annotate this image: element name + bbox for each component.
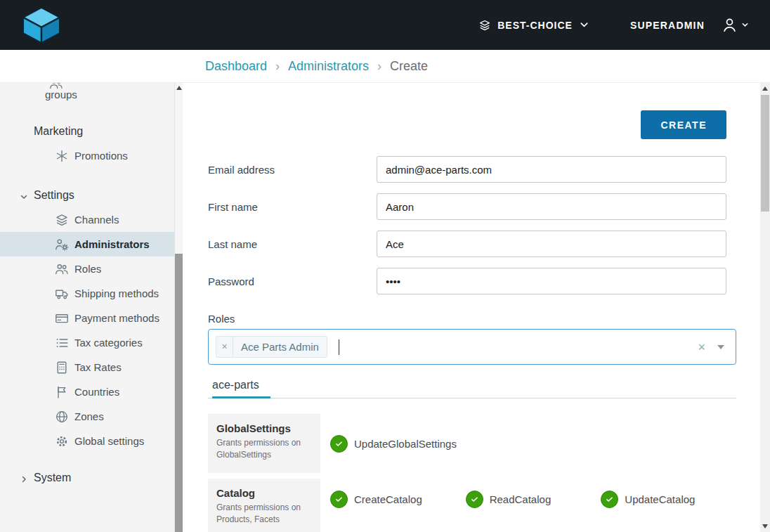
form-row-email: Email address bbox=[208, 156, 726, 183]
permission-group-description: Grants permissions on Products, Facets bbox=[216, 502, 312, 526]
app-logo[interactable] bbox=[20, 6, 63, 45]
sidebar-item-shipping-methods[interactable]: Shipping methods bbox=[0, 281, 174, 306]
sidebar-item-tax-rates[interactable]: Tax Rates bbox=[0, 355, 174, 379]
sidebar-scrollbar[interactable] bbox=[174, 83, 183, 532]
breadcrumb-current: Create bbox=[390, 59, 428, 74]
permissions-table: GlobalSettings Grants permissions on Glo… bbox=[208, 414, 736, 532]
sidebar-item-label: Channels bbox=[74, 214, 119, 226]
role-chip-label: Ace Parts Admin bbox=[233, 341, 327, 353]
form-row-last-name: Last name bbox=[208, 231, 726, 257]
sidebar-item-payment-methods[interactable]: Payment methods bbox=[0, 306, 174, 330]
permission-toggle-createcatalog[interactable]: CreateCatalog bbox=[330, 491, 466, 508]
user-icon bbox=[722, 17, 738, 33]
email-label: Email address bbox=[208, 164, 377, 176]
countries-icon bbox=[55, 385, 69, 399]
role-chip: × Ace Parts Admin bbox=[216, 336, 327, 358]
scroll-up-arrow-icon[interactable] bbox=[762, 86, 768, 91]
tab-ace-parts[interactable]: ace-parts bbox=[212, 376, 270, 398]
sidebar-scrollbar-thumb[interactable] bbox=[175, 254, 183, 532]
sidebar-item-label: Tax categories bbox=[74, 337, 143, 349]
main-scrollbar-thumb[interactable] bbox=[761, 95, 769, 212]
chevron-down-icon bbox=[741, 21, 749, 29]
permission-toggle-updatecatalog[interactable]: UpdateCatalog bbox=[601, 491, 736, 508]
breadcrumb-separator: › bbox=[377, 59, 381, 74]
sidebar-item-zones[interactable]: Zones bbox=[0, 404, 174, 429]
shipping-icon bbox=[55, 287, 69, 301]
check-circle-icon bbox=[466, 491, 483, 508]
main-scrollbar[interactable] bbox=[760, 83, 770, 532]
first-name-input[interactable] bbox=[377, 193, 726, 220]
check-circle-icon bbox=[330, 435, 348, 453]
permission-label: UpdateGlobalSettings bbox=[354, 438, 457, 450]
sidebar-section-settings[interactable]: Settings bbox=[0, 183, 174, 207]
form-row-password: Password bbox=[208, 268, 726, 294]
email-input[interactable] bbox=[377, 156, 726, 183]
permission-label: ReadCatalog bbox=[490, 493, 552, 505]
sidebar-item-countries[interactable]: Countries bbox=[0, 379, 174, 404]
create-button[interactable]: CREATE bbox=[641, 110, 726, 139]
permission-row-globalsettings: GlobalSettings Grants permissions on Glo… bbox=[208, 414, 736, 473]
chevron-right-icon bbox=[20, 475, 28, 484]
sidebar-item-label: Promotions bbox=[74, 150, 128, 162]
permission-group-description: Grants permissions on GlobalSettings bbox=[216, 437, 312, 461]
text-cursor bbox=[339, 339, 339, 355]
sidebar: groups Marketing Promotions Settings bbox=[0, 83, 183, 532]
sidebar-item-label: Payment methods bbox=[74, 312, 159, 324]
permission-row-catalog: Catalog Grants permissions on Products, … bbox=[208, 479, 736, 532]
sidebar-item-label: Roles bbox=[74, 263, 101, 275]
global-settings-icon bbox=[55, 434, 69, 448]
scroll-up-arrow-icon[interactable] bbox=[176, 86, 182, 90]
permission-group-info: GlobalSettings Grants permissions on Glo… bbox=[208, 414, 320, 473]
last-name-label: Last name bbox=[208, 238, 377, 250]
sidebar-item-label: Zones bbox=[74, 410, 104, 422]
tax-categories-icon bbox=[55, 336, 69, 350]
chip-remove-icon[interactable]: × bbox=[216, 337, 233, 357]
channel-switcher-label: BEST-CHOICE bbox=[497, 20, 573, 31]
roles-select[interactable]: × Ace Parts Admin × bbox=[208, 329, 736, 365]
administrators-icon bbox=[55, 238, 69, 252]
user-menu[interactable] bbox=[722, 17, 749, 33]
breadcrumb-administrators[interactable]: Administrators bbox=[288, 59, 369, 74]
password-label: Password bbox=[208, 275, 377, 287]
form-row-first-name: First name bbox=[208, 193, 726, 220]
last-name-input[interactable] bbox=[377, 231, 726, 257]
promotions-icon bbox=[55, 149, 69, 163]
sidebar-item-customer-groups[interactable]: groups bbox=[0, 83, 174, 108]
check-circle-icon bbox=[601, 491, 618, 508]
sidebar-item-label: groups bbox=[45, 89, 77, 100]
user-label: SUPERADMIN bbox=[630, 20, 705, 31]
permission-toggle-readcatalog[interactable]: ReadCatalog bbox=[466, 491, 601, 508]
select-chevron-down-icon[interactable] bbox=[717, 345, 724, 349]
sidebar-item-tax-categories[interactable]: Tax categories bbox=[0, 330, 174, 355]
permission-toggle-updateglobalsettings[interactable]: UpdateGlobalSettings bbox=[330, 435, 466, 453]
breadcrumb-separator: › bbox=[275, 59, 280, 74]
breadcrumb: Dashboard › Administrators › Create bbox=[0, 50, 770, 83]
chevron-down-icon bbox=[20, 193, 28, 201]
sidebar-item-promotions[interactable]: Promotions bbox=[0, 143, 174, 168]
administrator-form: Email address First name Last name Passw… bbox=[208, 156, 746, 532]
sidebar-item-global-settings[interactable]: Global settings bbox=[0, 429, 174, 453]
channel-tab-bar: ace-parts bbox=[208, 376, 736, 398]
select-clear-icon[interactable]: × bbox=[698, 341, 705, 353]
layers-icon bbox=[478, 19, 491, 32]
channel-switcher[interactable]: BEST-CHOICE bbox=[478, 19, 589, 32]
sidebar-section-marketing: Marketing bbox=[0, 119, 174, 143]
sidebar-item-administrators[interactable]: Administrators bbox=[0, 232, 174, 257]
top-bar: BEST-CHOICE SUPERADMIN bbox=[0, 0, 770, 50]
permission-group-name: GlobalSettings bbox=[216, 422, 312, 434]
sidebar-item-roles[interactable]: Roles bbox=[0, 257, 174, 281]
permission-label: UpdateCatalog bbox=[625, 493, 695, 505]
scroll-down-arrow-icon[interactable] bbox=[762, 524, 768, 528]
chevron-down-icon bbox=[579, 20, 589, 30]
breadcrumb-dashboard[interactable]: Dashboard bbox=[205, 59, 267, 74]
permission-group-info: Catalog Grants permissions on Products, … bbox=[208, 479, 320, 532]
sidebar-item-channels[interactable]: Channels bbox=[0, 207, 174, 232]
channels-icon bbox=[55, 213, 69, 227]
sidebar-section-system[interactable]: System bbox=[0, 466, 174, 490]
sidebar-item-label: Global settings bbox=[74, 435, 144, 447]
cube-logo-icon bbox=[20, 6, 63, 45]
sidebar-item-label: Countries bbox=[74, 386, 119, 398]
sidebar-item-label: Shipping methods bbox=[74, 287, 159, 299]
password-input[interactable] bbox=[377, 268, 726, 294]
zones-icon bbox=[55, 410, 69, 424]
